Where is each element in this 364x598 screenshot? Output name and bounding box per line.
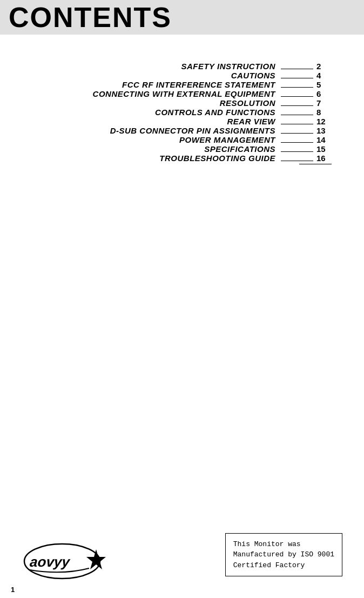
logo-area: aovyy <box>11 533 225 582</box>
toc-page-number: 12 <box>316 117 332 126</box>
toc-row: CONNECTING WITH EXTERNAL EQUIPMENT6 <box>32 89 332 98</box>
toc-row: CAUTIONS4 <box>32 71 332 80</box>
toc-label: TROUBLESHOOTING GUIDE <box>159 154 275 163</box>
toc-label: CONNECTING WITH EXTERNAL EQUIPMENT <box>93 89 275 98</box>
iso-line3: Certified Factory <box>233 561 305 569</box>
toc-page-number: 8 <box>316 108 332 117</box>
iso-certification-box: This Monitor was Manufactured by ISO 900… <box>225 533 342 577</box>
toc-row: CONTROLS AND FUNCTIONS8 <box>32 108 332 117</box>
toc-line <box>281 133 313 134</box>
toc-row: REAR VIEW12 <box>32 117 332 126</box>
toc-page-number: 5 <box>316 80 332 89</box>
toc-line <box>281 142 313 143</box>
toc-page-number: 2 <box>316 62 332 71</box>
toc-line <box>281 69 313 69</box>
page-title: CONTENTS <box>9 2 172 33</box>
footer-area: aovyy This Monitor was Manufactured by I… <box>0 533 364 582</box>
toc-line <box>281 124 313 124</box>
toc-page-number: 7 <box>316 98 332 108</box>
page-number: 1 <box>11 586 15 594</box>
toc-label: SAFETY INSTRUCTION <box>181 62 275 71</box>
toc-line <box>281 151 313 152</box>
toc-line <box>281 78 313 78</box>
toc-line <box>281 115 313 115</box>
svg-marker-1 <box>86 549 106 569</box>
toc-row: RESOLUTION7 <box>32 98 332 108</box>
toc-page-number: 14 <box>316 135 332 144</box>
toc-line <box>281 161 313 161</box>
brand-logo: aovyy <box>22 533 108 582</box>
toc-row: TROUBLESHOOTING GUIDE16 <box>32 154 332 163</box>
toc-label: D-SUB CONNECTOR PIN ASSIGNMENTS <box>110 126 275 135</box>
toc-label: POWER MANAGEMENT <box>179 135 275 144</box>
iso-line2: Manufactured by ISO 9001 <box>233 550 334 559</box>
toc-page-number: 4 <box>316 71 332 80</box>
toc-row: SPECIFICATIONS15 <box>32 144 332 154</box>
toc-row: POWER MANAGEMENT14 <box>32 135 332 144</box>
toc-page-number: 6 <box>316 89 332 98</box>
toc-row: SAFETY INSTRUCTION2 <box>32 62 332 71</box>
main-content: SAFETY INSTRUCTION2CAUTIONS4FCC RF INTER… <box>0 35 364 175</box>
iso-line1: This Monitor was <box>233 540 301 548</box>
toc-label: FCC RF INTERFERENCE STATEMENT <box>122 80 275 89</box>
toc-page-number: 13 <box>316 126 332 135</box>
svg-text:aovyy: aovyy <box>29 554 71 570</box>
toc-label: SPECIFICATIONS <box>204 144 275 154</box>
toc-table: SAFETY INSTRUCTION2CAUTIONS4FCC RF INTER… <box>32 62 332 164</box>
toc-line <box>281 96 313 97</box>
toc-line <box>281 87 313 88</box>
toc-row: FCC RF INTERFERENCE STATEMENT5 <box>32 80 332 89</box>
page-header: CONTENTS <box>0 0 364 35</box>
toc-label: REAR VIEW <box>227 117 275 126</box>
toc-line <box>281 105 313 106</box>
toc-extra-line <box>32 164 332 164</box>
toc-label: RESOLUTION <box>220 98 275 108</box>
toc-label: CAUTIONS <box>231 71 275 80</box>
toc-page-number: 16 <box>316 154 332 163</box>
toc-row: D-SUB CONNECTOR PIN ASSIGNMENTS13 <box>32 126 332 135</box>
toc-page-number: 15 <box>316 144 332 154</box>
toc-label: CONTROLS AND FUNCTIONS <box>155 108 275 117</box>
